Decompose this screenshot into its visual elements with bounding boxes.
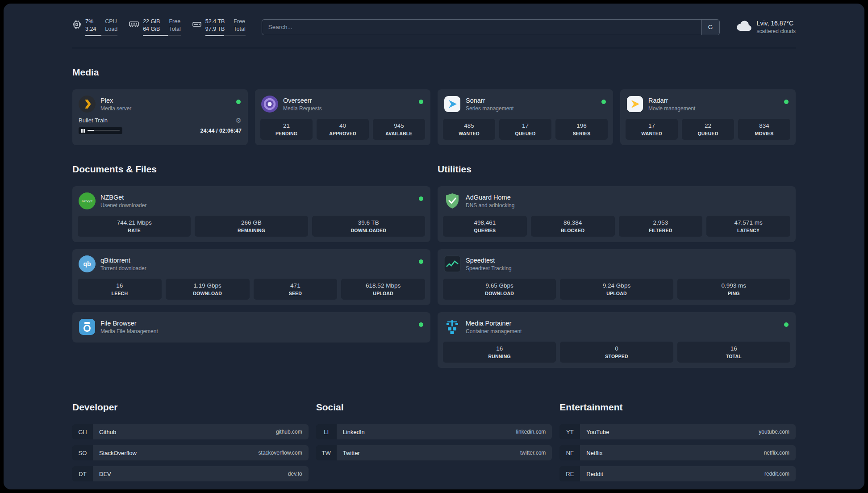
search-input[interactable] [262,20,701,35]
service-name: Sonarr [466,97,513,104]
stat-label: DOWNLOAD [167,291,248,296]
memory-total-label: Total [169,25,180,33]
stat-filtered: 2,953 FILTERED [619,216,703,237]
stat-movies: 834 MOVIES [738,119,790,140]
service-name: AdGuard Home [466,194,514,201]
stat-value: 196 [557,122,606,129]
bookmark-dev[interactable]: DT DEV dev.to [72,466,309,481]
disk-progress-bar [205,35,246,36]
stat-label: QUEUED [683,131,733,136]
stat-remaining: 266 GB REMAINING [195,216,308,237]
speedtest-icon [444,255,461,272]
bookmark-name: Reddit [586,471,603,477]
stat-wanted: 485 WANTED [443,119,495,140]
bookmark-abbr: NF [559,445,580,460]
bookmark-domain: dev.to [288,471,302,477]
bookmark-stackoverflow[interactable]: SO StackOverflow stackoverflow.com [72,445,309,460]
memory-widget: 22 GiB 64 GiB Free Total [129,18,181,36]
stat-value: 266 GB [196,219,306,226]
status-dot [601,100,606,104]
stat-label: BLOCKED [532,228,613,233]
svg-text:nzbget: nzbget [82,199,93,203]
cpu-label: CPU [105,18,117,25]
bookmark-domain: twitter.com [520,450,546,456]
service-name: File Browser [100,320,158,327]
section-heading-developer: Developer [72,402,309,413]
playback-progress-bar[interactable] [79,127,122,134]
service-subtitle: Movie management [648,105,695,112]
service-card-sonarr[interactable]: Sonarr Series management 485 WANTED 17 Q… [438,89,613,145]
bookmark-name: Github [99,429,116,435]
bookmarks-developer: Developer GH Github github.com SO StackO… [72,383,309,487]
service-name: Overseerr [283,97,322,104]
stat-value: 86,384 [532,219,613,226]
stat-value: 16 [679,345,789,352]
stat-value: 2,953 [620,219,701,226]
service-card-adguard[interactable]: AdGuard Home DNS and adblocking 498,461 … [438,186,796,242]
memory-icon [129,20,139,28]
service-name: qBittorrent [100,257,146,264]
service-subtitle: Series management [466,105,513,112]
memory-free-label: Free [169,18,180,25]
two-column-area: Documents & Files nzbget NZBGet [72,145,796,375]
service-card-speedtest[interactable]: Speedtest Speedtest Tracking 9.65 Gbps D… [438,249,796,305]
stat-label: REMAINING [196,228,306,233]
bookmark-twitter[interactable]: TW Twitter twitter.com [316,445,552,460]
stat-label: DOWNLOADED [313,228,424,233]
service-name: NZBGet [100,194,146,201]
disk-total-label: Total [234,25,245,33]
stat-label: UPLOAD [342,291,424,296]
stat-download: 9.65 Gbps DOWNLOAD [443,279,556,300]
stat-latency: 47.571 ms LATENCY [706,216,790,237]
bookmarks-entertainment: Entertainment YT YouTube youtube.com NF … [559,383,796,487]
service-card-radarr[interactable]: Radarr Movie management 17 WANTED 22 QUE… [620,89,796,145]
service-card-plex[interactable]: Plex Media server Bullet Train ⚙ 2 [72,89,248,145]
cpu-load-label: Load [105,25,117,33]
stat-label: RATE [79,228,189,233]
service-subtitle: Torrent downloader [100,265,146,272]
media-card-grid: Plex Media server Bullet Train ⚙ 2 [72,89,796,145]
pause-icon [81,129,85,133]
bookmark-abbr: LI [316,424,337,439]
bookmark-name: Netflix [586,450,602,456]
stat-value: 47.571 ms [708,219,789,226]
stat-value: 9.65 Gbps [444,282,555,289]
service-card-portainer[interactable]: Media Portainer Container management 16 … [438,312,796,368]
stat-label: PING [679,291,789,296]
nzbget-icon: nzbget [79,192,96,209]
top-bar: 7% 3.24 CPU Load [72,4,796,36]
bookmark-github[interactable]: GH Github github.com [72,424,309,439]
service-card-nzbget[interactable]: nzbget NZBGet Usenet downloader 744.21 M… [72,186,430,242]
bookmark-domain: github.com [276,429,302,435]
bookmark-netflix[interactable]: NF Netflix netflix.com [559,445,796,460]
stat-value: 618.52 Mbps [342,282,424,289]
disk-free-label: Free [234,18,245,25]
stat-value: 40 [318,122,367,129]
stat-blocked: 86,384 BLOCKED [531,216,615,237]
status-dot [784,100,789,104]
portainer-icon [444,318,461,335]
bookmark-domain: youtube.com [759,429,789,435]
service-card-filebrowser[interactable]: File Browser Media File Management [72,312,430,343]
stat-queries: 498,461 QUERIES [443,216,527,237]
bookmark-name: DEV [99,471,111,477]
service-card-overseerr[interactable]: Overseerr Media Requests 21 PENDING 40 A… [255,89,430,145]
stat-value: 16 [79,282,160,289]
bookmark-reddit[interactable]: RE Reddit reddit.com [559,466,796,481]
stat-rate: 744.21 Mbps RATE [78,216,191,237]
stat-value: 17 [627,122,676,129]
search-provider-button[interactable]: G [701,20,719,35]
stat-value: 0.993 ms [679,282,789,289]
stat-label: RUNNING [444,354,555,359]
topbar-divider [72,48,796,48]
stat-label: SERIES [557,131,606,136]
bookmark-linkedin[interactable]: LI LinkedIn linkedin.com [316,424,552,439]
svg-text:qb: qb [83,260,91,267]
service-card-qbittorrent[interactable]: qb qBittorrent Torrent downloader 16 LEE… [72,249,430,305]
stat-label: PENDING [262,131,311,136]
disk-widget: 52.4 TB 97.9 TB Free Total [192,18,246,36]
service-name: Media Portainer [466,320,522,327]
stat-value: 16 [444,345,555,352]
gear-icon[interactable]: ⚙ [236,117,242,124]
bookmark-youtube[interactable]: YT YouTube youtube.com [559,424,796,439]
